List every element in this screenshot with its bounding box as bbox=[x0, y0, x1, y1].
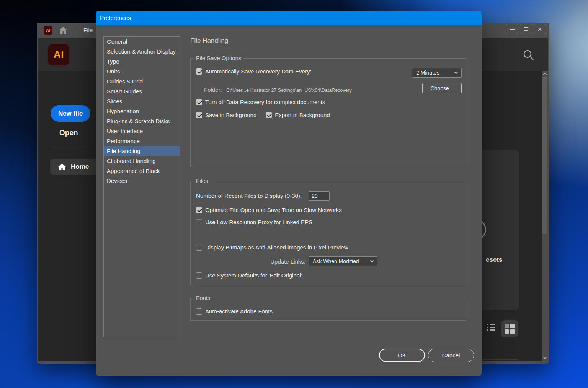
ok-button[interactable]: OK bbox=[379, 349, 425, 362]
list-view-icon bbox=[487, 324, 495, 332]
desktop: { "app": { "logo": "Ai", "titlebar": { "… bbox=[0, 0, 588, 388]
sidebar-item-home[interactable]: Home bbox=[50, 159, 97, 175]
choose-folder-button[interactable]: Choose... bbox=[422, 83, 462, 93]
update-links-value: Ask When Modified bbox=[313, 258, 367, 264]
sidebar-item-selection-anchor-display[interactable]: Selection & Anchor Display bbox=[104, 47, 180, 57]
group-legend: File Save Options bbox=[194, 55, 243, 61]
dialog-sidebar-list: GeneralSelection & Anchor DisplayTypeUni… bbox=[103, 36, 180, 337]
grid-view-icon bbox=[505, 324, 514, 334]
update-links-select[interactable]: Ask When Modified bbox=[309, 256, 377, 266]
search-button[interactable] bbox=[523, 49, 535, 61]
auto-activate-fonts-checkbox[interactable] bbox=[196, 308, 202, 315]
file-save-options-group: File Save Options Automatically Save Rec… bbox=[190, 58, 466, 167]
sidebar-item-type[interactable]: Type bbox=[104, 57, 180, 67]
minimize-button[interactable] bbox=[506, 24, 518, 34]
sidebar-item-hyphenation[interactable]: Hyphenation bbox=[104, 106, 180, 116]
chevron-down-icon bbox=[454, 70, 458, 74]
maximize-icon bbox=[524, 27, 528, 31]
recent-files-input[interactable] bbox=[309, 191, 330, 201]
chevron-up-icon bbox=[543, 73, 547, 77]
minimize-icon bbox=[510, 29, 515, 30]
auto-activate-fonts-label: Auto-activate Adobe Fonts bbox=[205, 308, 273, 315]
sidebar-item-file-handling[interactable]: File Handling bbox=[104, 146, 180, 156]
sidebar-item-clipboard-handling[interactable]: Clipboard Handling bbox=[104, 156, 180, 166]
chevron-down-icon bbox=[370, 259, 374, 263]
home-icon[interactable] bbox=[59, 26, 68, 34]
list-view-button[interactable] bbox=[486, 323, 497, 334]
files-group: Files Number of Recent Files to Display … bbox=[190, 181, 466, 285]
maximize-button[interactable] bbox=[520, 24, 532, 34]
scroll-up-button[interactable] bbox=[542, 72, 548, 77]
presets-label: esets bbox=[486, 256, 502, 264]
save-in-background-checkbox[interactable] bbox=[196, 112, 202, 118]
sidebar-item-plug-ins-scratch-disks[interactable]: Plug-ins & Scratch Disks bbox=[104, 116, 180, 126]
sidebar-item-appearance-of-black[interactable]: Appearance of Black bbox=[104, 166, 180, 176]
export-in-background-checkbox[interactable] bbox=[266, 112, 272, 118]
autosave-interval-value: 2 Minutes bbox=[416, 70, 451, 76]
display-bitmaps-label: Display Bitmaps as Anti-Aliased images i… bbox=[205, 244, 348, 251]
dialog-title: Preferences bbox=[100, 15, 131, 21]
folder-path: C:\User...e Illustrator 27 Settings\en_U… bbox=[226, 88, 352, 93]
heading-rule bbox=[190, 47, 466, 47]
system-defaults-label: Use System Defaults for 'Edit Original' bbox=[205, 272, 302, 279]
open-button[interactable]: Open bbox=[59, 129, 78, 137]
low-res-proxy-label: Use Low Resolution Proxy for Linked EPS bbox=[205, 219, 312, 225]
autosave-checkbox[interactable] bbox=[196, 68, 202, 75]
low-res-proxy-checkbox[interactable] bbox=[196, 219, 202, 225]
scroll-down-button[interactable] bbox=[542, 355, 548, 360]
page-title: File Handling bbox=[190, 37, 228, 45]
chevron-down-icon bbox=[543, 355, 547, 359]
group-legend: Files bbox=[194, 178, 211, 184]
nav-divider bbox=[50, 149, 97, 149]
scrollbar-thumb[interactable] bbox=[542, 77, 547, 234]
save-in-background-label: Save in Background bbox=[205, 112, 256, 118]
grid-view-button[interactable] bbox=[501, 320, 518, 337]
menu-separator bbox=[76, 26, 76, 36]
sidebar-item-user-interface[interactable]: User Interface bbox=[104, 126, 180, 136]
sidebar-item-guides-grid[interactable]: Guides & Grid bbox=[104, 77, 180, 86]
close-button[interactable]: ✕ bbox=[534, 24, 546, 34]
new-file-button[interactable]: New file bbox=[51, 105, 90, 122]
menu-file[interactable]: File bbox=[83, 27, 93, 33]
sidebar-item-general[interactable]: General bbox=[104, 37, 180, 47]
preferences-dialog: Preferences GeneralSelection & Anchor Di… bbox=[96, 11, 482, 376]
system-defaults-checkbox[interactable] bbox=[196, 272, 202, 279]
autosave-label: Automatically Save Recovery Data Every: bbox=[205, 68, 312, 75]
app-logo-icon: Ai bbox=[44, 26, 52, 35]
sidebar-item-slices[interactable]: Slices bbox=[104, 96, 180, 106]
sidebar-item-smart-guides[interactable]: Smart Guides bbox=[104, 86, 180, 96]
turnoff-recovery-label: Turn off Data Recovery for complex docum… bbox=[205, 99, 325, 105]
sidebar-item-units[interactable]: Units bbox=[104, 67, 180, 77]
export-in-background-label: Export in Background bbox=[275, 112, 330, 118]
scrollbar[interactable] bbox=[542, 71, 548, 361]
sidebar-item-performance[interactable]: Performance bbox=[104, 136, 180, 146]
turnoff-recovery-checkbox[interactable] bbox=[196, 99, 202, 105]
search-icon bbox=[523, 49, 535, 61]
recent-files-label: Number of Recent Files to Display (0-30)… bbox=[196, 192, 302, 199]
optimize-open-label: Optimize File Open and Save Time on Slow… bbox=[205, 207, 342, 213]
display-bitmaps-checkbox[interactable] bbox=[196, 245, 202, 251]
autosave-interval-select[interactable]: 2 Minutes bbox=[412, 68, 462, 78]
cancel-button[interactable]: Cancel bbox=[428, 349, 474, 362]
dialog-titlebar: Preferences bbox=[96, 11, 482, 25]
group-legend: Fonts bbox=[194, 295, 213, 301]
close-icon: ✕ bbox=[537, 26, 542, 32]
folder-label: Folder: bbox=[204, 86, 222, 93]
home-item-label: Home bbox=[71, 163, 89, 171]
update-links-label: Update Links: bbox=[191, 258, 305, 265]
illustrator-logo: Ai bbox=[48, 44, 69, 65]
optimize-open-checkbox[interactable] bbox=[196, 207, 202, 213]
content-divider bbox=[482, 359, 518, 360]
sidebar-item-devices[interactable]: Devices bbox=[104, 176, 180, 186]
home-icon bbox=[58, 163, 66, 171]
fonts-group: Fonts Auto-activate Adobe Fonts bbox=[190, 298, 466, 321]
